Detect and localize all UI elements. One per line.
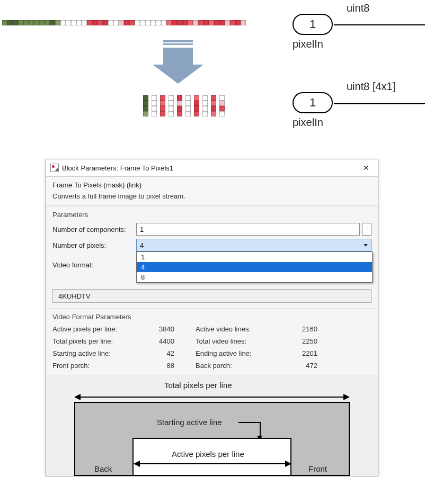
num-pixels-dropdown: 148 [136,251,373,283]
illustration-area: 1 pixelIn uint8 1 pixelIn uint8 [4x1] [0,0,425,138]
diagram-front-label: Front [308,464,327,473]
signal-line [334,103,425,104]
start-line-value: 42 [148,349,190,357]
inport-block-2: 1 pixelIn [293,92,333,129]
total-lines-value: 2250 [291,337,333,345]
signal-type-label: uint8 [4x1] [347,80,395,93]
diagram-back-label: Back [94,464,112,473]
active-px-value: 3840 [148,325,190,333]
num-pixels-option[interactable]: 1 [137,252,372,262]
active-px-label: Active pixels per line: [52,325,143,333]
num-pixels-option[interactable]: 4 [137,262,372,272]
inport-block-1: 1 pixelIn [293,14,333,50]
video-format-value: 4KUHDTV [58,292,91,300]
param-row-num-pixels: Number of pixels: 4 148 [52,239,371,251]
video-format-parameters-section: Video Format Parameters Active pixels pe… [46,308,378,375]
end-line-label: Ending active line: [196,349,286,357]
total-px-value: 4400 [148,337,190,345]
inport-name: pixelIn [293,116,323,129]
num-components-input[interactable] [136,223,360,236]
diagram-active-px-label: Active pixels per line [172,449,244,458]
inport-name: pixelIn [293,38,323,50]
pixel-strip-single [2,20,246,25]
end-line-value: 2201 [291,349,333,357]
dialog-titlebar: Block Parameters: Frame To Pixels1 ✕ [46,159,378,177]
signal-line [334,24,425,25]
pixel-strip-multi [143,95,228,116]
timing-diagram: Total pixels per line Starting active li… [64,381,360,476]
num-components-label: Number of components: [52,226,136,233]
dialog-title: Block Parameters: Frame To Pixels1 [62,164,173,172]
start-line-label: Starting active line: [52,349,143,357]
mask-description: Converts a full frame image to pixel str… [52,192,371,200]
inport-capsule: 1 [293,14,333,35]
total-lines-label: Total video lines: [196,337,286,345]
timing-diagram-section: Total pixels per line Starting active li… [46,375,378,476]
parameters-heading: Parameters [52,211,371,219]
front-porch-label: Front porch: [52,362,143,370]
down-arrow-icon [152,46,205,88]
close-button[interactable]: ✕ [359,163,374,173]
diagram-start-line-label: Starting active line [157,418,222,427]
num-pixels-value: 4 [140,241,144,249]
total-px-arrow [75,397,349,398]
simulink-block-icon [50,164,59,172]
inport-capsule: 1 [293,92,333,113]
signal-type-label: uint8 [347,2,369,14]
param-row-num-components: Number of components: ⋮ [52,223,371,236]
diagram-total-px-label: Total pixels per line [164,381,232,390]
total-px-label: Total pixels per line: [52,337,143,345]
block-parameters-dialog: Block Parameters: Frame To Pixels1 ✕ Fra… [46,159,378,476]
active-px-arrow [135,463,290,464]
active-lines-label: Active video lines: [196,325,286,333]
num-pixels-combo[interactable]: 4 148 [136,239,371,251]
vf-params-heading: Video Format Parameters [52,313,371,321]
mask-title: Frame To Pixels (mask) (link) [52,181,371,189]
num-pixels-label: Number of pixels: [52,241,136,249]
mask-description-section: Frame To Pixels (mask) (link) Converts a… [46,177,378,206]
front-porch-value: 88 [148,362,190,370]
more-options-button[interactable]: ⋮ [362,223,371,236]
video-format-label: Video format: [52,261,136,269]
parameters-section: Parameters Number of components: ⋮ Numbe… [46,206,378,308]
back-porch-value: 472 [291,362,333,370]
num-pixels-option[interactable]: 8 [137,272,372,282]
active-lines-value: 2160 [291,325,333,333]
video-format-field[interactable]: 4KUHDTV [52,289,371,303]
back-porch-label: Back porch: [196,362,286,370]
chevron-down-icon [364,244,368,247]
